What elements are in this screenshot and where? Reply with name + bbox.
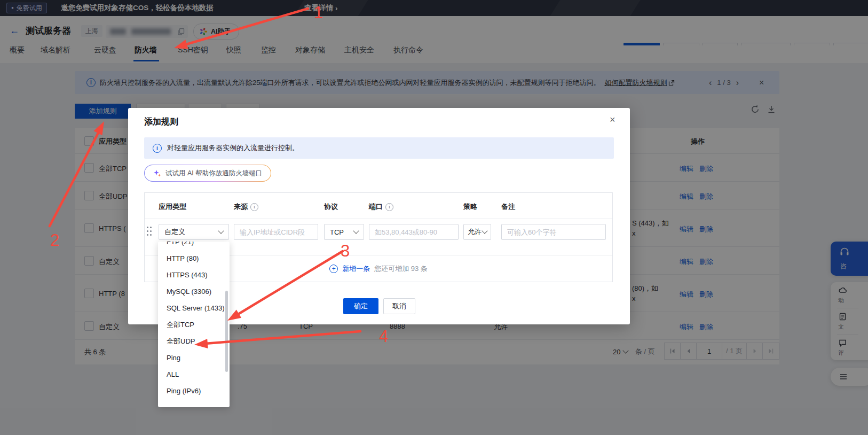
form-col-protocol: 协议 (324, 202, 338, 212)
option-mysql[interactable]: MySQL (3306) (158, 283, 230, 300)
remaining-hint: 您还可增加 93 条 (374, 264, 428, 274)
policy-value: 允许 (468, 227, 482, 237)
policy-select[interactable]: 允许 (463, 224, 491, 240)
option-sqlserver[interactable]: SQL Server (1433) (158, 300, 230, 316)
ai-tip-button[interactable]: 试试用 AI 帮助你放通防火墙端口 (144, 165, 271, 182)
protocol-value: TCP (330, 228, 344, 236)
cancel-button[interactable]: 取消 (383, 298, 415, 314)
drag-handle[interactable] (147, 227, 153, 237)
option-all-tcp[interactable]: 全部TCP (158, 316, 230, 333)
note-input[interactable] (501, 224, 606, 240)
option-all[interactable]: ALL (158, 366, 230, 383)
divider (145, 219, 612, 219)
modal-close-icon[interactable]: × (610, 114, 616, 126)
app-type-select[interactable]: 自定义 (159, 224, 229, 240)
option-http[interactable]: HTTP (80) (158, 250, 230, 267)
dropdown-scrollbar[interactable] (225, 291, 228, 372)
option-https[interactable]: HTTPS (443) (158, 267, 230, 283)
add-one-link[interactable]: 新增一条 (342, 264, 370, 274)
option-ping-ipv6[interactable]: Ping (IPv6) (158, 383, 230, 399)
option-ftp[interactable]: FTP (21) (158, 242, 230, 250)
source-input[interactable] (234, 224, 318, 240)
app-type-value: 自定义 (164, 227, 185, 237)
form-col-note: 备注 (501, 202, 515, 212)
modal-notice-text: 对轻量应用服务器实例的入流量进行控制。 (167, 143, 299, 153)
modal-notice: i 对轻量应用服务器实例的入流量进行控制。 (144, 137, 614, 159)
dropdown-list: FTP (21) HTTP (80) HTTPS (443) MySQL (33… (158, 242, 230, 399)
chevron-down-icon (218, 228, 224, 234)
protocol-select[interactable]: TCP (324, 224, 364, 240)
ai-tip-label: 试试用 AI 帮助你放通防火墙端口 (165, 169, 262, 178)
info-icon: i (153, 144, 162, 153)
option-all-udp[interactable]: 全部UDP (158, 333, 230, 349)
modal-title: 添加规则 (144, 116, 178, 128)
form-col-policy: 策略 (463, 202, 477, 212)
form-col-port: 端口 i (369, 202, 393, 212)
plus-circle-icon[interactable]: + (329, 265, 338, 273)
sparkle-icon (153, 169, 161, 177)
source-info-icon[interactable]: i (250, 203, 258, 211)
chevron-down-icon (482, 228, 487, 234)
app-type-dropdown: FTP (21) HTTP (80) HTTPS (443) MySQL (33… (158, 242, 230, 407)
confirm-button[interactable]: 确定 (343, 298, 378, 314)
form-col-source: 来源 i (234, 202, 258, 212)
port-info-icon[interactable]: i (385, 203, 393, 211)
form-col-app-type: 应用类型 (159, 202, 186, 212)
option-ping[interactable]: Ping (158, 349, 230, 366)
chevron-down-icon (353, 228, 359, 234)
port-input[interactable] (369, 224, 459, 240)
